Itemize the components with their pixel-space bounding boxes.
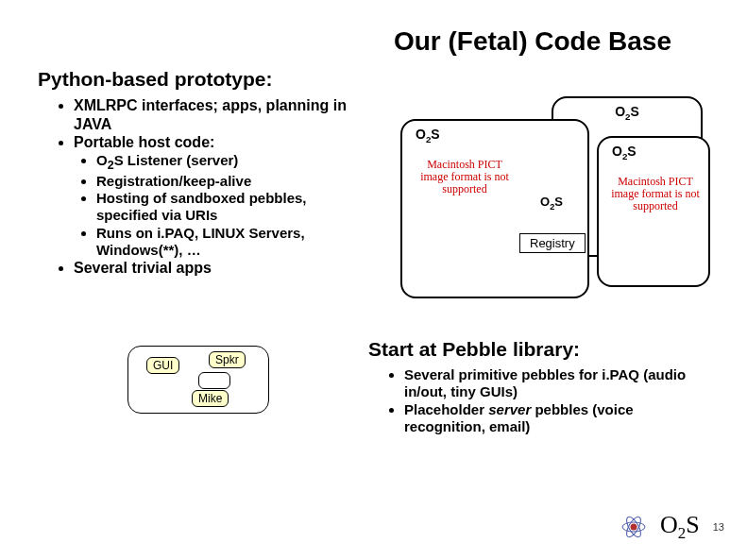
- bullet-text-italic: server: [488, 401, 531, 417]
- o2s-label: O2S: [612, 144, 637, 161]
- svg-point-3: [631, 523, 637, 530]
- bullet-l1: Placeholder server pebbles (voice recogn…: [404, 401, 709, 436]
- section2-heading: Start at Pebble library:: [368, 338, 709, 361]
- registry-box: Registry: [519, 233, 586, 253]
- pict-placeholder: Macintosh PICT image format is not suppo…: [608, 176, 703, 213]
- section1-heading: Python-based prototype:: [38, 68, 709, 91]
- o2s-label: O2S: [416, 127, 440, 144]
- logo-text: O2S: [660, 511, 700, 543]
- bullet-l2: Runs on i.PAQ, LINUX Servers, Windows(**…: [96, 225, 368, 260]
- bullet-l1: Portable host code: O2S Listener (server…: [74, 133, 368, 259]
- pebble-spkr: Spkr: [209, 351, 246, 368]
- o2s-label-small: O2S: [538, 195, 565, 212]
- o2s-diagram: O2S O2S Macintosh PICT image format is n…: [391, 96, 709, 314]
- bullet-text: Placeholder: [404, 401, 488, 417]
- bullet-text: Portable host code:: [74, 134, 214, 150]
- pebble-gui: GUI: [146, 357, 179, 374]
- bullet-l2: O2S Listener (server): [96, 152, 368, 173]
- o2s-label: O2S: [615, 104, 639, 122]
- bullet-l1: XMLRPC interfaces; apps, planning in JAV…: [74, 96, 368, 133]
- bullet-l1: Several trivial apps: [74, 259, 368, 278]
- page-number: 13: [713, 521, 724, 533]
- bullet-l2: Registration/keep-alive: [96, 173, 368, 190]
- pebble-mini-diagram: GUI Spkr Mike: [38, 338, 349, 423]
- pebble-text-column: Start at Pebble library: Several primiti…: [368, 338, 709, 435]
- pebble-mike: Mike: [192, 390, 229, 407]
- bullets-column: XMLRPC interfaces; apps, planning in JAV…: [38, 96, 368, 278]
- footer: O2S 13: [620, 511, 724, 543]
- bullet-l1: Several primitive pebbles for i.PAQ (aud…: [404, 366, 709, 401]
- bullet-l2: Hosting of sandboxed pebbles, specified …: [96, 190, 368, 225]
- pict-placeholder: Macintosh PICT image format is not suppo…: [417, 159, 512, 196]
- atom-icon: [620, 514, 647, 540]
- pebble-blank: [198, 372, 230, 389]
- o2s-box-right: O2S Macintosh PICT image format is not s…: [597, 136, 710, 287]
- slide-title: Our (Fetal) Code Base: [38, 26, 709, 57]
